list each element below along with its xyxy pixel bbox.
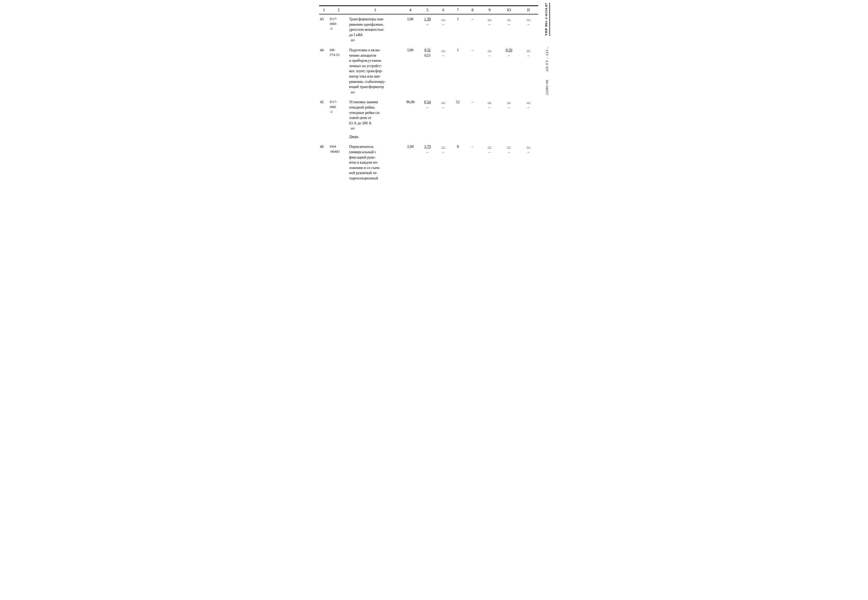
row-code: I517-I496-2 [329, 96, 348, 132]
dver-label: Дверь [348, 132, 402, 142]
page-wrapper: I 2 3 4 5 6 7 8 9 IO II 43 I517-I460--2 … [314, 0, 554, 600]
row-col9: — – [480, 96, 499, 132]
row-col4: I,00 [402, 44, 419, 96]
row-col7: I [451, 44, 465, 96]
col-header-11: II [519, 6, 538, 14]
row-col8: – [465, 44, 480, 96]
row-code: IIB-574-53 [329, 44, 348, 96]
col-header-8: 8 [465, 6, 480, 14]
row-col5: 1,39 – [419, 14, 436, 44]
col-header-3: 3 [348, 6, 402, 14]
col-header-9: 9 [480, 6, 499, 14]
row-col7: 8 [451, 142, 465, 182]
row-col11: — – [519, 96, 538, 132]
row-description: Установка зажима отводной рейки, отводны… [348, 96, 402, 132]
row-description: Трансформаторы нап- ряжения однофазные, … [348, 14, 402, 44]
row-col10: 0,20 – [499, 44, 519, 96]
row-col4: 96,00 [402, 96, 419, 132]
side-label-mid: АП.УТ – 223 – [545, 47, 549, 72]
row-id: 46 [319, 142, 329, 182]
dver-empty2 [329, 132, 348, 142]
row-col5: 0,54 – [419, 96, 436, 132]
col-header-6: 6 [436, 6, 451, 14]
row-col6: — – [436, 44, 451, 96]
row-code: I517-I460--2 [329, 14, 348, 44]
row-col11: — – [519, 44, 538, 96]
dver-spacer [402, 132, 538, 142]
header-row: I 2 3 4 5 6 7 8 9 IO II [319, 6, 538, 14]
dver-row: Дверь [319, 132, 538, 142]
row-col8: – [465, 96, 480, 132]
row-col5: 0,5I 0,I3 [419, 44, 436, 96]
row-col6: — – [436, 142, 451, 182]
row-description: Подготовка к вклю- чению аппаратов и при… [348, 44, 402, 96]
row-col11: — – [519, 14, 538, 44]
row-col7: 52 [451, 96, 465, 132]
row-col10: — – [499, 142, 519, 182]
dver-empty [319, 132, 329, 142]
row-col4: I,00 [402, 14, 419, 44]
side-label-bottom: 22083-06 [545, 80, 549, 95]
row-id: 44 [319, 44, 329, 96]
row-code: I504-064IO [329, 142, 348, 182]
row-col4: 2,00 [402, 142, 419, 182]
row-id: 43 [319, 14, 329, 44]
table-row: 46 I504-064IO Переключатель универсальны… [319, 142, 538, 182]
table-row: 45 I517-I496-2 Установка зажима отводной… [319, 96, 538, 132]
col-header-10: IO [499, 6, 519, 14]
row-col9: — – [480, 14, 499, 44]
row-id: 45 [319, 96, 329, 132]
col-header-1: I [319, 6, 329, 14]
side-label-wrapper: ТПР 901-2-0154.87 АП.УТ – 223 – 22083-06 [540, 0, 554, 600]
table-row: 43 I517-I460--2 Трансформаторы нап- ряже… [319, 14, 538, 44]
col-header-2: 2 [329, 6, 348, 14]
row-col6: — – [436, 96, 451, 132]
table-row: 44 IIB-574-53 Подготовка к вклю- чению а… [319, 44, 538, 96]
row-col9: — – [480, 142, 499, 182]
row-col8: – [465, 142, 480, 182]
row-col10: — – [499, 96, 519, 132]
main-table: I 2 3 4 5 6 7 8 9 IO II 43 I517-I460--2 … [319, 5, 538, 182]
side-label-top: ТПР 901-2-0154.87 [544, 3, 550, 36]
row-col6: — – [436, 14, 451, 44]
row-col5: 3,79 – [419, 142, 436, 182]
row-col11: — – [519, 142, 538, 182]
row-col10: — – [499, 14, 519, 44]
row-description: Переключатель универсальный с фиксацией … [348, 142, 402, 182]
row-col9: — – [480, 44, 499, 96]
row-col8: – [465, 14, 480, 44]
col-header-4: 4 [402, 6, 419, 14]
col-header-7: 7 [451, 6, 465, 14]
col-header-5: 5 [419, 6, 436, 14]
row-col7: I [451, 14, 465, 44]
